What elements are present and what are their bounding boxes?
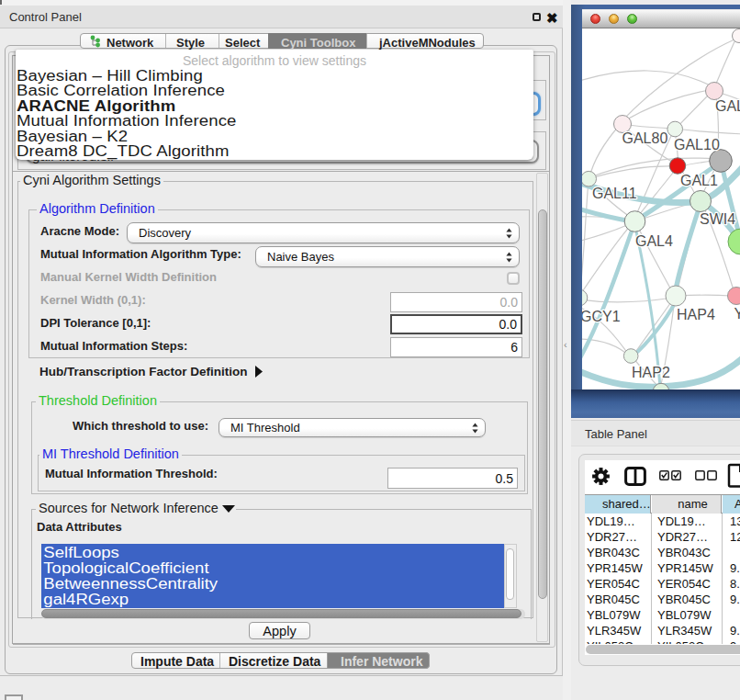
svg-text:GAL4: GAL4: [635, 233, 673, 249]
svg-text:GAL2: GAL2: [715, 98, 740, 114]
svg-text:GCY1: GCY1: [582, 309, 621, 324]
svg-text:SWI4: SWI4: [700, 211, 735, 227]
svg-text:HAP4: HAP4: [677, 307, 715, 322]
svg-text:GAL80: GAL80: [622, 130, 668, 146]
svg-text:YJR: YJR: [734, 306, 740, 322]
svg-text:GAL10: GAL10: [674, 137, 720, 152]
svg-text:GAL1: GAL1: [680, 173, 718, 188]
svg-text:GAL11: GAL11: [592, 186, 637, 201]
svg-text:HAP2: HAP2: [632, 365, 670, 380]
